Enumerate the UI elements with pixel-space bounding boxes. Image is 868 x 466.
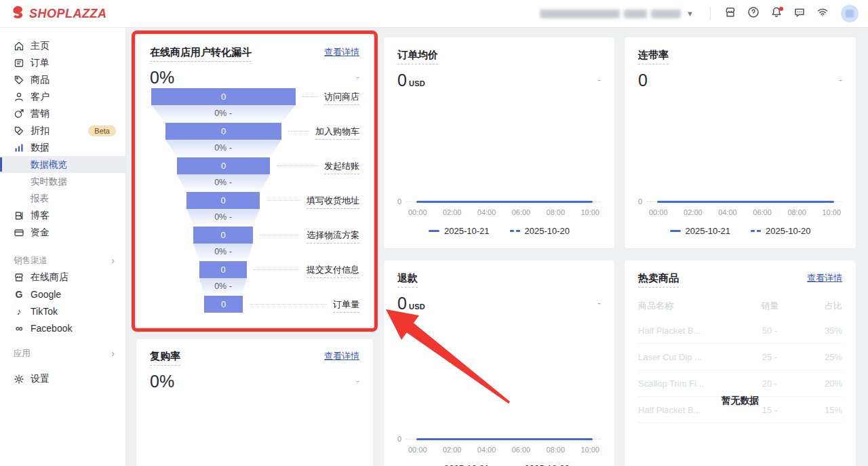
funnel-step-label: 发起结账 [324, 160, 359, 174]
funnel-leader-line [250, 304, 326, 305]
sidebar-item-products[interactable]: 商品 [0, 71, 125, 88]
funnel-bar-add-to-cart[interactable]: 0 [165, 123, 281, 140]
funnel-bar-visits[interactable]: 0 [151, 88, 296, 105]
help-button[interactable] [743, 3, 764, 24]
aov-card-title: 订单均价 [397, 49, 438, 64]
online-store-icon [14, 272, 24, 283]
orders-icon [14, 58, 24, 69]
notifications-button[interactable] [766, 3, 787, 24]
repurchase-card-title: 复购率 [150, 350, 180, 366]
google-icon: G [14, 289, 24, 300]
attach-rate-card-title: 连带率 [638, 49, 669, 64]
x-axis-ticks: 00:0002:0004:0006:0008:0010:00 [649, 208, 841, 216]
sidebar-subitem-realtime-data[interactable]: 实时数据 [0, 173, 125, 190]
refund-line-chart: 0 [397, 436, 601, 444]
funnel-card-title: 在线商店用户转化漏斗 [150, 46, 252, 62]
sidebar-item-analytics[interactable]: 数据 [0, 139, 125, 156]
aov-card: 订单均价 0USD - 0 00:0002:0004:0006:0008:001… [384, 37, 614, 248]
avatar-glyph [846, 9, 854, 18]
sidebar-section-sales-channels[interactable]: 销售渠道 › [0, 252, 125, 269]
legend-item-today[interactable]: 2025-10-21 [429, 463, 490, 466]
legend-solid-line-icon [670, 230, 681, 232]
refund-compare-value: - [597, 298, 601, 309]
brand-logo[interactable]: SHOPLAZZA [11, 5, 107, 22]
user-avatar[interactable] [841, 5, 859, 22]
chevron-right-icon: › [111, 255, 115, 266]
chart-series-line [657, 201, 834, 203]
marketing-icon [14, 109, 24, 119]
attach-rate-value: 0 [638, 71, 648, 90]
funnel-conversion-rate: 0% - [155, 212, 291, 222]
sidebar-subitem-data-overview[interactable]: 数据概览 [0, 156, 125, 173]
hot-products-card: 热卖商品 查看详情 商品名称 销量 占比 Half Placket B... 5… [625, 260, 856, 466]
funnel-leader-line [267, 200, 300, 201]
sidebar-item-google[interactable]: G Google [0, 286, 125, 303]
sidebar-subitem-reports[interactable]: 报表 [0, 190, 125, 207]
brand-name: SHOPLAZZA [29, 7, 107, 21]
help-icon [747, 6, 760, 21]
sidebar-item-orders[interactable]: 订单 [0, 54, 125, 71]
repurchase-view-details-link[interactable]: 查看详情 [324, 350, 359, 362]
gear-icon [14, 374, 24, 385]
analytics-icon [14, 142, 24, 153]
funnel-step-label: 加入购物车 [315, 125, 359, 140]
x-axis-ticks: 00:0002:0004:0006:0008:0010:00 [408, 446, 599, 454]
sidebar-item-settings[interactable]: 设置 [0, 370, 125, 387]
legend-item-today[interactable]: 2025-10-21 [429, 226, 490, 236]
repurchase-compare-value: - [356, 376, 359, 387]
account-dropdown[interactable]: ▼ [540, 9, 694, 18]
sidebar: 主页 订单 商品 客户 营销 折扣 Beta 数据 数据概览 实时数据 报表 博… [0, 28, 126, 466]
repurchase-value: 0% [150, 372, 174, 391]
funnel-leader-line [254, 269, 300, 270]
funnel-leader-line [260, 235, 300, 235]
attach-rate-line-chart: 0 [638, 199, 842, 207]
top-header: SHOPLAZZA ▼ [0, 0, 868, 28]
legend-item-yesterday[interactable]: 2025-10-20 [510, 226, 570, 236]
table-header-row: 商品名称 销量 占比 [638, 294, 842, 317]
currency-label: USD [409, 79, 425, 88]
sidebar-item-online-store[interactable]: 在线商店 [0, 269, 125, 286]
funnel-leader-line [277, 166, 317, 166]
hot-products-table: 商品名称 销量 占比 Half Placket B... 50 - 35% La… [638, 294, 842, 423]
aov-compare-value: - [597, 75, 601, 85]
funnel-view-details-link[interactable]: 查看详情 [324, 46, 359, 58]
sidebar-item-facebook[interactable]: ∞ Facebook [0, 319, 125, 336]
sidebar-item-home[interactable]: 主页 [0, 37, 125, 54]
sidebar-item-blog[interactable]: 博客 [0, 207, 125, 224]
sidebar-item-marketing[interactable]: 营销 [0, 105, 125, 122]
shoplazza-logo-icon [11, 5, 24, 22]
messages-button[interactable] [789, 3, 810, 24]
funnel-bar-orders[interactable]: 0 [204, 296, 243, 313]
legend-dashed-line-icon [510, 230, 520, 232]
funnel-leader-line [288, 131, 309, 132]
sidebar-item-customers[interactable]: 客户 [0, 88, 125, 105]
funnel-compare-value: - [356, 72, 359, 83]
funnel-bar-shipping-method[interactable]: 0 [193, 227, 253, 244]
legend-solid-line-icon [429, 230, 439, 232]
funnel-conversion-rate: 0% - [155, 281, 291, 291]
funnel-leader-line [302, 96, 317, 97]
funnel-step-label: 提交支付信息 [307, 264, 359, 278]
hot-products-view-details-link[interactable]: 查看详情 [807, 272, 842, 284]
sidebar-section-apps[interactable]: 应用 › [0, 345, 125, 362]
funnel-bar-payment-info[interactable]: 0 [199, 261, 247, 278]
table-row: Scallop Trim Fi... 20 - 20% [638, 370, 842, 397]
store-button[interactable] [720, 3, 741, 24]
x-axis-ticks: 00:0002:0004:0006:0008:0010:00 [408, 208, 599, 216]
legend-item-today[interactable]: 2025-10-21 [670, 226, 731, 236]
chevron-right-icon: › [111, 348, 115, 359]
legend-item-yesterday[interactable]: 2025-10-20 [510, 463, 570, 466]
chart-series-line [416, 438, 593, 440]
chart-series-line [416, 201, 593, 203]
funnel-bar-checkout[interactable]: 0 [177, 157, 270, 174]
network-button[interactable] [812, 3, 833, 24]
sidebar-item-funds[interactable]: 资金 [0, 224, 125, 241]
funnel-bar-shipping-address[interactable]: 0 [186, 192, 260, 209]
refund-value: 0USD [397, 294, 425, 313]
legend-item-yesterday[interactable]: 2025-10-20 [751, 226, 811, 236]
funnel-step-label: 选择物流方案 [307, 229, 359, 244]
sidebar-item-tiktok[interactable]: ♪ TikTok [0, 303, 125, 319]
store-icon [724, 6, 736, 21]
sidebar-item-discount[interactable]: 折扣 Beta [0, 122, 125, 139]
blog-icon [14, 210, 24, 221]
